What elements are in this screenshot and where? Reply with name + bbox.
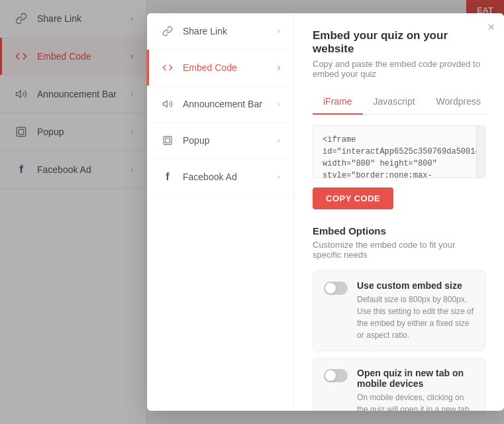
code-text: <iframe id="interactApp6525c350769da5001…	[323, 135, 485, 178]
embed-option-custom-size-desc: Default size is 800px by 800px. Use this…	[357, 293, 474, 341]
embed-option-custom-size-label: Use custom embed size	[357, 280, 474, 291]
modal-content: × Embed your quiz on your website Copy a…	[294, 13, 504, 411]
modal-title: Embed your quiz on your website	[313, 29, 485, 56]
modal-subtitle: Copy and paste the embed code provded to…	[313, 59, 485, 79]
active-indicator	[147, 50, 149, 85]
copy-code-button[interactable]: COPY CODE	[313, 187, 393, 209]
toggle-knob	[325, 370, 336, 381]
tab-javascript[interactable]: Javascript	[363, 91, 426, 115]
modal-item-facebook-ad[interactable]: f Facebook Ad ›	[147, 159, 293, 195]
embed-modal: Share Link › Embed Code › Announcement B…	[147, 13, 504, 411]
toggle-new-tab-wrap	[324, 369, 348, 382]
modal-item-share-link-label: Share Link	[183, 26, 277, 36]
chevron-right-icon: ›	[277, 99, 280, 109]
toggle-custom-size-wrap	[324, 282, 348, 295]
facebook-icon: f	[160, 170, 175, 184]
embed-option-new-tab-desc: On mobile devices, clicking on the quiz …	[357, 392, 474, 411]
code-icon	[160, 60, 175, 75]
chevron-right-icon: ›	[277, 26, 280, 36]
scrollbar-thumb[interactable]	[478, 136, 484, 150]
chevron-right-icon: ›	[277, 136, 280, 145]
modal-sidebar: Share Link › Embed Code › Announcement B…	[147, 13, 294, 411]
modal-item-popup-label: Popup	[183, 135, 277, 146]
embed-option-new-tab-text: Open quiz in new tab on mobile devices O…	[357, 368, 474, 411]
embed-option-new-tab: Open quiz in new tab on mobile devices O…	[313, 358, 485, 411]
embed-options-subtitle: Customize the embed code to fit your spe…	[313, 240, 485, 260]
svg-marker-3	[163, 101, 167, 107]
link-icon	[160, 24, 175, 38]
toggle-knob	[325, 283, 336, 293]
modal-item-announcement-bar[interactable]: Announcement Bar ›	[147, 86, 293, 123]
modal-item-share-link[interactable]: Share Link ›	[147, 13, 293, 50]
modal-item-announcement-bar-label: Announcement Bar	[183, 99, 277, 109]
megaphone-icon	[160, 97, 175, 111]
chevron-right-icon: ›	[277, 172, 280, 182]
svg-rect-4	[164, 136, 172, 144]
embed-tabs: iFrame Javascript Wordpress	[313, 91, 485, 115]
popup-icon	[160, 133, 175, 148]
chevron-right-icon: ›	[277, 63, 280, 72]
modal-item-embed-code[interactable]: Embed Code ›	[147, 50, 293, 86]
modal-item-facebook-ad-label: Facebook Ad	[183, 172, 277, 182]
modal-item-embed-code-label: Embed Code	[183, 62, 277, 73]
embed-option-new-tab-label: Open quiz in new tab on mobile devices	[357, 368, 474, 389]
close-button[interactable]: ×	[487, 21, 495, 33]
tab-iframe[interactable]: iFrame	[313, 91, 363, 115]
toggle-custom-size[interactable]	[324, 282, 348, 295]
svg-rect-5	[166, 138, 170, 143]
embed-options-title: Embed Options	[313, 225, 485, 237]
embed-option-custom-size: Use custom embed size Default size is 80…	[313, 270, 485, 351]
code-snippet-box: <iframe id="interactApp6525c350769da5001…	[313, 125, 485, 178]
modal-item-popup[interactable]: Popup ›	[147, 123, 293, 159]
tab-wordpress[interactable]: Wordpress	[426, 91, 491, 115]
toggle-new-tab[interactable]	[324, 369, 348, 382]
embed-option-custom-size-text: Use custom embed size Default size is 80…	[357, 280, 474, 341]
